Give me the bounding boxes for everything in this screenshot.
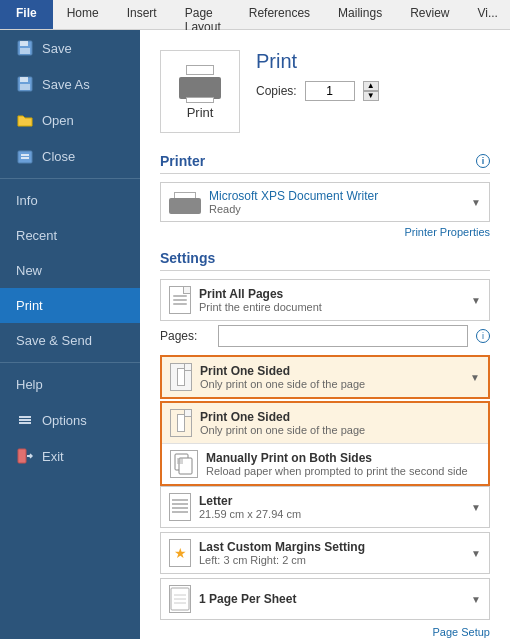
paper-size-desc: 21.59 cm x 27.94 cm bbox=[199, 508, 463, 520]
exit-icon bbox=[16, 448, 34, 464]
sidebar-item-open-label: Open bbox=[42, 113, 74, 128]
one-sided-text: Print One Sided Only print on one side o… bbox=[200, 410, 480, 436]
tab-review[interactable]: Review bbox=[396, 0, 463, 29]
sidebar-item-print[interactable]: Print bbox=[0, 288, 140, 323]
tab-references[interactable]: References bbox=[235, 0, 324, 29]
tab-file[interactable]: File bbox=[0, 0, 53, 29]
print-header: Print Print Copies: ▲ ▼ bbox=[160, 50, 490, 133]
print-title: Print bbox=[256, 50, 490, 73]
printer-section: Printer i Microsoft XPS Document Writer … bbox=[160, 153, 490, 238]
tab-view[interactable]: Vi... bbox=[463, 0, 510, 29]
close-icon bbox=[16, 148, 34, 164]
paper-size-row[interactable]: Letter 21.59 cm x 27.94 cm ▼ bbox=[160, 486, 490, 528]
sidebar-item-save-send[interactable]: Save & Send bbox=[0, 323, 140, 358]
print-all-pages-icon bbox=[169, 286, 191, 314]
settings-section-label: Settings bbox=[160, 250, 490, 271]
sidebar-item-print-label: Print bbox=[16, 298, 43, 313]
paper-size-arrow: ▼ bbox=[471, 502, 481, 513]
copies-row: Copies: ▲ ▼ bbox=[256, 81, 490, 101]
pages-label: Pages: bbox=[160, 329, 210, 343]
duplex-option-one-sided[interactable]: Print One Sided Only print on one side o… bbox=[162, 403, 488, 443]
printer-info-icon[interactable]: i bbox=[476, 154, 490, 168]
print-button-label: Print bbox=[187, 105, 214, 120]
paper-size-info: Letter 21.59 cm x 27.94 cm bbox=[199, 494, 463, 520]
print-all-pages-name: Print All Pages bbox=[199, 287, 463, 301]
print-all-pages-info: Print All Pages Print the entire documen… bbox=[199, 287, 463, 313]
margins-arrow: ▼ bbox=[471, 548, 481, 559]
margins-icon: ★ bbox=[169, 539, 191, 567]
margins-name: Last Custom Margins Setting bbox=[199, 540, 463, 554]
copies-spinner: ▲ ▼ bbox=[363, 81, 379, 101]
sidebar-item-options[interactable]: Options bbox=[0, 402, 140, 438]
margins-row[interactable]: ★ Last Custom Margins Setting Left: 3 cm… bbox=[160, 532, 490, 574]
pages-per-sheet-row[interactable]: 1 Page Per Sheet ▼ bbox=[160, 578, 490, 620]
main-layout: Save Save As Open Close Info Recent bbox=[0, 30, 510, 639]
svg-rect-6 bbox=[18, 151, 32, 163]
sidebar-item-recent[interactable]: Recent bbox=[0, 218, 140, 253]
margins-info: Last Custom Margins Setting Left: 3 cm R… bbox=[199, 540, 463, 566]
printer-select-row[interactable]: Microsoft XPS Document Writer Ready ▼ bbox=[160, 182, 490, 222]
both-sides-name: Manually Print on Both Sides bbox=[206, 451, 480, 465]
paper-size-icon bbox=[169, 493, 191, 521]
one-sided-desc: Only print on one side of the page bbox=[200, 424, 480, 436]
sidebar-item-recent-label: Recent bbox=[16, 228, 57, 243]
print-right-panel: Print Copies: ▲ ▼ bbox=[256, 50, 490, 101]
duplex-setting-row[interactable]: Print One Sided Only print on one side o… bbox=[160, 355, 490, 399]
tab-mailings[interactable]: Mailings bbox=[324, 0, 396, 29]
print-all-pages-row[interactable]: Print All Pages Print the entire documen… bbox=[160, 279, 490, 321]
printer-status: Ready bbox=[209, 203, 463, 215]
margins-desc: Left: 3 cm Right: 2 cm bbox=[199, 554, 463, 566]
sidebar-divider-1 bbox=[0, 178, 140, 179]
pages-input[interactable] bbox=[218, 325, 468, 347]
copies-input[interactable] bbox=[305, 81, 355, 101]
sidebar-item-save-send-label: Save & Send bbox=[16, 333, 92, 348]
pages-info-icon[interactable]: i bbox=[476, 329, 490, 343]
print-all-pages-desc: Print the entire document bbox=[199, 301, 463, 313]
sidebar-divider-2 bbox=[0, 362, 140, 363]
printer-name: Microsoft XPS Document Writer bbox=[209, 189, 463, 203]
svg-rect-15 bbox=[179, 458, 192, 474]
duplex-selected-name: Print One Sided bbox=[200, 364, 462, 378]
duplex-icon bbox=[170, 363, 192, 391]
sidebar-item-help-label: Help bbox=[16, 377, 43, 392]
page-setup-link[interactable]: Page Setup bbox=[160, 626, 490, 638]
main-content: Print Print Copies: ▲ ▼ Printer i bbox=[140, 30, 510, 639]
printer-info: Microsoft XPS Document Writer Ready bbox=[209, 189, 463, 215]
sidebar-item-close[interactable]: Close bbox=[0, 138, 140, 174]
printer-properties-link[interactable]: Printer Properties bbox=[160, 226, 490, 238]
one-sided-icon bbox=[170, 409, 192, 437]
save-as-icon bbox=[16, 76, 34, 92]
copies-decrement[interactable]: ▼ bbox=[363, 91, 379, 101]
one-sided-name: Print One Sided bbox=[200, 410, 480, 424]
sidebar-item-new[interactable]: New bbox=[0, 253, 140, 288]
sidebar-item-info[interactable]: Info bbox=[0, 183, 140, 218]
tab-insert[interactable]: Insert bbox=[113, 0, 171, 29]
svg-rect-4 bbox=[20, 77, 28, 82]
printer-icon-small bbox=[169, 190, 201, 214]
sidebar-item-exit[interactable]: Exit bbox=[0, 438, 140, 474]
sidebar-item-save-label: Save bbox=[42, 41, 72, 56]
copies-increment[interactable]: ▲ bbox=[363, 81, 379, 91]
sidebar-item-save-as[interactable]: Save As bbox=[0, 66, 140, 102]
pages-per-sheet-info: 1 Page Per Sheet bbox=[199, 592, 463, 606]
sidebar-item-open[interactable]: Open bbox=[0, 102, 140, 138]
pages-per-sheet-icon bbox=[169, 585, 191, 613]
sidebar-item-options-label: Options bbox=[42, 413, 87, 428]
settings-section: Settings Print All Pages Print the entir… bbox=[160, 250, 490, 638]
sidebar-item-save[interactable]: Save bbox=[0, 30, 140, 66]
tab-home[interactable]: Home bbox=[53, 0, 113, 29]
options-icon bbox=[16, 412, 34, 428]
duplex-dropdown-open: Print One Sided Only print on one side o… bbox=[160, 401, 490, 486]
copies-label: Copies: bbox=[256, 84, 297, 98]
print-button[interactable]: Print bbox=[160, 50, 240, 133]
printer-dropdown-arrow: ▼ bbox=[471, 197, 481, 208]
svg-rect-11 bbox=[19, 422, 31, 424]
sidebar: Save Save As Open Close Info Recent bbox=[0, 30, 140, 639]
print-all-pages-arrow: ▼ bbox=[471, 295, 481, 306]
both-sides-icon bbox=[170, 450, 198, 478]
sidebar-item-exit-label: Exit bbox=[42, 449, 64, 464]
sidebar-item-help[interactable]: Help bbox=[0, 367, 140, 402]
duplex-option-both-sides[interactable]: Manually Print on Both Sides Reload pape… bbox=[162, 443, 488, 484]
sidebar-item-close-label: Close bbox=[42, 149, 75, 164]
tab-page-layout[interactable]: Page Layout bbox=[171, 0, 235, 29]
